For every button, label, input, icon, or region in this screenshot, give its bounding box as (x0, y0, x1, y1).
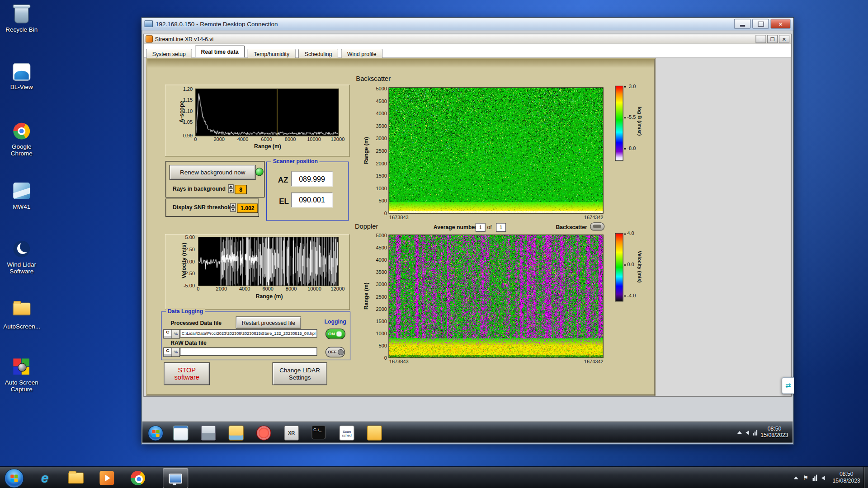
rays-stepper[interactable] (228, 184, 233, 193)
raw-drive-select[interactable]: C (163, 347, 172, 357)
az-value[interactable]: 089.999 (291, 172, 333, 187)
scanner-position-title: Scanner position (271, 158, 320, 164)
snr-stepper[interactable] (230, 203, 236, 212)
rays-label: Rays in background (173, 186, 226, 192)
desktop-icon-wind-lidar[interactable]: Wind Lidar Software (3, 239, 40, 274)
app-minimize-button[interactable]: – (755, 35, 766, 43)
doppler-xstart: 1673843 (389, 359, 409, 365)
remote-start-button[interactable] (148, 426, 163, 441)
axis-tick: 2000 (370, 306, 387, 312)
rdp-maximize-button[interactable] (752, 19, 769, 29)
snr-group-box: Display SNR threshold 1.002 (165, 199, 259, 217)
axis-tick: -5.00 (178, 283, 195, 288)
doppler-title: Doppler (355, 222, 378, 230)
media-player-icon[interactable] (99, 470, 115, 487)
remote-photo-viewer-icon[interactable] (229, 426, 244, 441)
chrome-taskbar-icon[interactable] (130, 470, 146, 487)
remote-calculator-icon[interactable] (201, 426, 216, 441)
internet-explorer-icon[interactable]: e (37, 470, 53, 487)
doppler-cb-label: Velocity (m/s) (637, 251, 642, 283)
desktop-icon-bl-view[interactable]: BL-View (3, 62, 40, 90)
host-clock[interactable]: 08:50 15/08/2023 (833, 471, 860, 484)
remote-network-icon[interactable] (753, 430, 757, 435)
tab-system-setup[interactable]: System setup (146, 49, 192, 59)
desktop-icon-autoscreen[interactable]: AutoScreen... (3, 299, 40, 330)
axis-tick: 10000 (307, 136, 321, 142)
processed-logging-toggle[interactable]: ON (326, 328, 345, 339)
remote-xr-app-icon[interactable]: XR (284, 426, 299, 441)
axis-tick: 0 (370, 211, 387, 216)
tab-temp-humidity[interactable]: Temp/humidity (248, 49, 296, 59)
raw-browse-button[interactable]: % (172, 347, 180, 357)
axis-tick: 2500 (370, 148, 387, 154)
rays-value[interactable]: 8 (235, 185, 247, 194)
axis-tick: 500 (370, 198, 387, 204)
host-start-button[interactable] (5, 469, 24, 488)
tray-volume-icon[interactable] (821, 475, 825, 480)
doppler-colorbar (615, 233, 623, 302)
stop-software-button[interactable]: STOP software (164, 362, 210, 385)
app-icon (146, 35, 153, 42)
axis-tick: 12000 (331, 136, 345, 142)
backscatter-toggle[interactable] (590, 222, 604, 230)
recycle-bin-icon (12, 5, 31, 24)
app-titlebar[interactable]: StreamLine XR v14-6.vi – ❐ ✕ (144, 34, 791, 44)
app-close-button[interactable]: ✕ (779, 35, 789, 43)
remote-command-prompt-icon[interactable]: C:\_ (311, 426, 326, 440)
snr-label: Display SNR threshold (173, 204, 232, 210)
processed-drive-select[interactable]: C (163, 329, 172, 339)
raw-logging-toggle[interactable]: OFF (326, 347, 345, 357)
velocity-plot[interactable] (198, 237, 339, 286)
backscatter-ylabel: Range (m) (363, 137, 369, 164)
tray-action-center-icon[interactable]: ⚑ (803, 474, 808, 481)
tab-scheduling[interactable]: Scheduling (298, 49, 338, 59)
desktop-icon-recycle-bin[interactable]: Recycle Bin (3, 5, 40, 33)
remote-clock[interactable]: 08:50 15/08/2023 (760, 426, 788, 439)
tray-expand-icon[interactable] (794, 476, 798, 479)
el-value[interactable]: 090.001 (291, 192, 333, 207)
desktop-icon-chrome[interactable]: Google Chrome (3, 122, 40, 156)
rdp-client-area: StreamLine XR v14-6.vi – ❐ ✕ System setu… (142, 30, 793, 443)
renew-background-button[interactable]: Renew background now (170, 165, 256, 180)
desktop-icon-auto-screen-capture[interactable]: Auto Screen Capture (3, 357, 40, 392)
axis-tick: 1.15 (176, 98, 193, 103)
axis-tick: 4000 (239, 286, 250, 291)
doppler-heatmap[interactable] (389, 235, 604, 358)
remote-stop-sign-icon[interactable] (256, 426, 271, 441)
restart-processed-file-button[interactable]: Restart processed file (236, 316, 301, 328)
doppler-cb-tick-mid: 0.0 (624, 262, 634, 267)
processed-browse-button[interactable]: % (172, 329, 180, 339)
snr-value[interactable]: 1.002 (237, 204, 258, 213)
remote-tray-expand-icon[interactable] (737, 431, 742, 434)
remote-explorer-icon[interactable] (367, 426, 382, 441)
doppler-xend: 1674342 (584, 359, 604, 365)
backscatter-toggle-label: Backscatter (556, 224, 587, 230)
tab-wind-profile[interactable]: Wind profile (341, 49, 382, 59)
remote-notepad-icon[interactable] (173, 426, 188, 441)
rdp-titlebar[interactable]: 192.168.0.150 - Remote Desktop Connectio… (142, 18, 793, 30)
show-desktop-button[interactable] (863, 467, 868, 488)
axis-tick: 2.50 (178, 247, 195, 252)
a-scope-plot[interactable] (195, 89, 339, 136)
backscatter-heatmap[interactable] (389, 87, 604, 213)
tab-real-time-data[interactable]: Real time data (195, 45, 245, 57)
processed-path-field[interactable]: C:\Lidar\Data\Proc\2023\202308\20230815\… (180, 329, 317, 338)
rdp-taskbar-button[interactable] (163, 468, 188, 488)
tray-network-icon[interactable] (813, 475, 817, 481)
explorer-folder-icon[interactable] (67, 470, 84, 487)
raw-path-field[interactable] (180, 347, 317, 356)
axis-tick: 5000 (370, 86, 387, 91)
desktop-icon-mw41[interactable]: MW41 (3, 182, 40, 210)
sync-arrows-icon: ⇄ (785, 382, 791, 389)
remote-scan-scheduler-icon[interactable]: Scan sched (340, 426, 354, 441)
side-panel-tab[interactable]: ⇄ (782, 377, 794, 394)
axis-tick: 0 (194, 136, 197, 142)
app-restore-button[interactable]: ❐ (767, 35, 778, 43)
velocity-xlabel: Range (m) (256, 293, 283, 299)
change-lidar-settings-button[interactable]: Change LiDAR Settings (272, 362, 327, 385)
remote-volume-icon[interactable] (745, 430, 749, 435)
host-date: 15/08/2023 (833, 478, 860, 484)
average-number-value[interactable]: 1 (476, 223, 486, 232)
rdp-minimize-button[interactable] (734, 19, 751, 29)
rdp-close-button[interactable]: ✕ (770, 19, 790, 29)
